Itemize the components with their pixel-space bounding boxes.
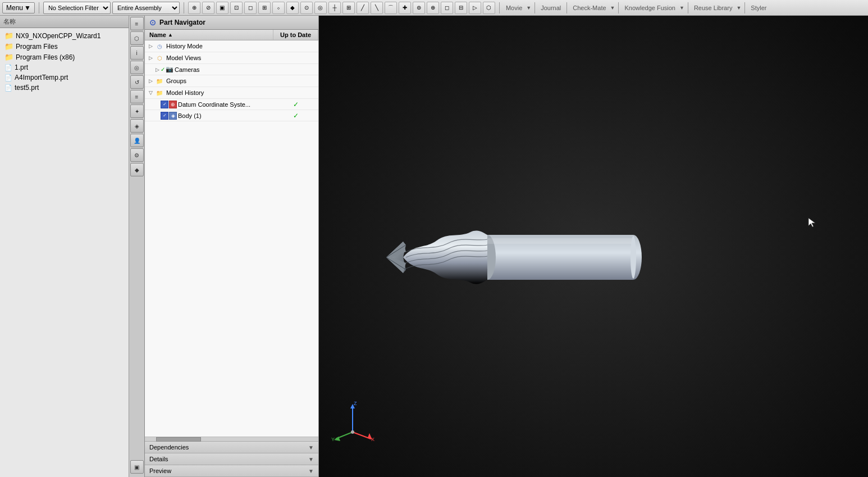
kf-label[interactable]: Knowledge Fusion (622, 4, 678, 11)
snap-icon18[interactable]: ⊕ (427, 2, 439, 14)
dependencies-label: Dependencies (149, 444, 189, 451)
nav-item-model-views[interactable]: ▷ ⬡ Model Views (145, 52, 318, 64)
nav-item-datum[interactable]: ✓ ⊕ Datum Coordinate Syste... ✓ (145, 99, 318, 110)
file-item-test5[interactable]: 📄 test5.prt (0, 83, 129, 93)
sidebar-icon-settings[interactable]: ⚙ (130, 148, 144, 162)
details-section[interactable]: Details ▼ (145, 453, 318, 465)
sidebar-icon-extra[interactable]: ◆ (130, 163, 144, 176)
datum-checkbox[interactable]: ✓ (161, 101, 168, 108)
nav-item-cameras[interactable]: ▷ ✓ 📷 Cameras (145, 64, 318, 75)
folder-icon-nx9: 📁 (4, 31, 13, 40)
nav-item-body[interactable]: ✓ ◈ Body (1) ✓ (145, 110, 318, 121)
snap-icon3[interactable]: ▣ (216, 2, 229, 14)
snap-icon11[interactable]: ┼ (328, 2, 341, 14)
snap-icon16[interactable]: ✚ (399, 2, 411, 14)
expand-model-history[interactable]: ▽ (147, 89, 154, 96)
nav-scrollbar[interactable] (145, 437, 318, 441)
details-label: Details (149, 456, 168, 462)
snap-icon20[interactable]: ⊟ (455, 2, 467, 14)
nav-scrollbar-thumb[interactable] (156, 437, 201, 442)
body-checkbox[interactable]: ✓ (161, 112, 168, 120)
journal-label[interactable]: Journal (538, 4, 563, 11)
expand-groups[interactable]: ▷ (147, 78, 154, 84)
file-tree: 📁 NX9_NXOpenCPP_Wizard1 📁 Program Files … (0, 28, 129, 477)
sidebar-icon-bottom[interactable]: ▣ (130, 460, 144, 474)
snap-icon6[interactable]: ⊞ (258, 2, 271, 14)
file-label-programfiles: Program Files (16, 43, 58, 51)
file-item-a4import[interactable]: 📄 A4ImportTemp.prt (0, 72, 129, 83)
label-datum: Datum Coordinate Syste... (177, 101, 273, 108)
snap-icon1[interactable]: ⊕ (188, 2, 200, 14)
check-mate-label[interactable]: Check-Mate (570, 4, 608, 11)
snap-icon8[interactable]: ◆ (286, 2, 299, 14)
file-item-nx9[interactable]: 📁 NX9_NXOpenCPP_Wizard1 (0, 30, 129, 41)
snap-icon21[interactable]: ▷ (469, 2, 481, 14)
selection-filter-dropdown[interactable]: No Selection Filter (43, 2, 111, 14)
snap-icon10[interactable]: ◎ (314, 2, 327, 14)
snap-icon13[interactable]: ╱ (357, 2, 369, 14)
camera-icon: 📷 (166, 66, 173, 73)
file-panel-header: 名称 (0, 16, 129, 28)
snap-icon7[interactable]: ⬦ (272, 2, 285, 14)
preview-section[interactable]: Preview ▼ (145, 465, 318, 477)
filter-section: No Selection Filter Entire Assembly (43, 2, 180, 14)
top-toolbar: Menu ▼ No Selection Filter Entire Assemb… (0, 0, 868, 16)
icon-groups: 📁 (155, 76, 164, 85)
snap-icon12[interactable]: ⊞ (342, 2, 355, 14)
sidebar-icon-assembly[interactable]: ⬡ (130, 31, 144, 45)
snap-icon4[interactable]: ⊡ (230, 2, 243, 14)
styler-label[interactable]: Styler (748, 4, 769, 11)
col-uptodate: Up to Date (273, 30, 318, 40)
sidebar-icon-navigator[interactable]: ≡ (130, 17, 144, 30)
snap-icon5[interactable]: ◻ (244, 2, 257, 14)
viewport[interactable]: Z X Y (319, 16, 868, 477)
viewport-background (319, 16, 868, 477)
svg-text:X: X (371, 437, 374, 442)
sidebar-icon-info[interactable]: i (130, 46, 144, 60)
snap-icon15[interactable]: ⌒ (385, 2, 397, 14)
file-icon-a4import: 📄 (4, 74, 12, 81)
file-item-programfiles-x86[interactable]: 📁 Program Files (x86) (0, 52, 129, 62)
svg-text:Y: Y (331, 437, 335, 442)
sidebar-icon-selection[interactable]: ✦ (130, 105, 144, 118)
snap-icon22[interactable]: ⬡ (483, 2, 495, 14)
file-label-a4import: A4ImportTemp.prt (15, 74, 68, 81)
menu-label: Menu (6, 4, 23, 12)
movie-label[interactable]: Movie (504, 4, 524, 11)
snap-icon14[interactable]: ╲ (371, 2, 383, 14)
snap-icon2[interactable]: ⊘ (202, 2, 214, 14)
nav-item-history-mode[interactable]: ▷ ◷ History Mode (145, 40, 318, 52)
reuse-label[interactable]: Reuse Library (692, 4, 734, 11)
file-item-programfiles[interactable]: 📁 Program Files (0, 41, 129, 52)
sep3 (499, 2, 500, 13)
nav-item-groups[interactable]: ▷ 📁 Groups (145, 75, 318, 87)
sidebar-icon-history[interactable]: ↺ (130, 75, 144, 89)
col-name-label: Name (149, 31, 166, 38)
svg-text:Z: Z (354, 401, 357, 406)
menu-button[interactable]: Menu ▼ (2, 2, 35, 13)
snap-icon17[interactable]: ⊚ (413, 2, 425, 14)
label-history-mode: History Mode (165, 43, 273, 49)
details-arrow: ▼ (308, 456, 314, 462)
sidebar-icon-view[interactable]: ◈ (130, 119, 144, 133)
cameras-check-icon: ✓ 📷 (161, 66, 173, 73)
sep6 (618, 2, 619, 13)
snap-icon9[interactable]: ⊙ (300, 2, 313, 14)
expand-history-mode[interactable]: ▷ (147, 43, 154, 49)
dependencies-section[interactable]: Dependencies ▼ (145, 442, 318, 453)
icon-history-mode: ◷ (155, 42, 164, 51)
col-uptodate-label: Up to Date (280, 31, 311, 38)
body-check-icon: ✓ ◈ (161, 112, 177, 120)
nav-item-model-history[interactable]: ▽ 📁 Model History (145, 87, 318, 99)
status-datum: ✓ (273, 101, 318, 108)
snap-icon19[interactable]: ◻ (441, 2, 453, 14)
datum-type-icon: ⊕ (169, 101, 177, 108)
expand-cameras[interactable]: ▷ (154, 66, 161, 73)
assembly-dropdown[interactable]: Entire Assembly (112, 2, 180, 14)
sidebar-icon-users[interactable]: 👤 (130, 134, 144, 147)
sidebar-icon-roles[interactable]: ≡ (130, 90, 144, 103)
file-item-1prt[interactable]: 📄 1.prt (0, 62, 129, 72)
expand-model-views[interactable]: ▷ (147, 54, 154, 61)
sidebar-icon-analysis[interactable]: ◎ (130, 61, 144, 74)
label-model-views: Model Views (165, 54, 273, 61)
